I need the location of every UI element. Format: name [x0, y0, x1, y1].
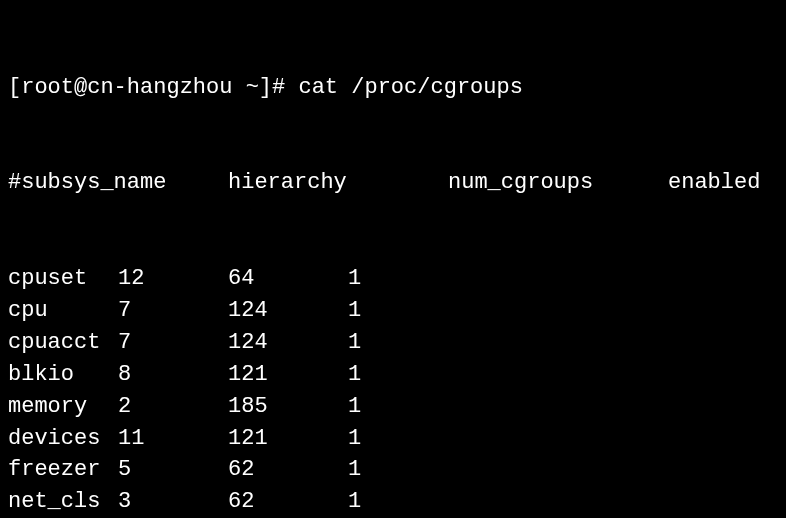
table-row: devices111211 — [8, 423, 778, 455]
header-subsys: #subsys_name — [8, 167, 228, 199]
header-hierarchy: hierarchy — [228, 167, 448, 199]
prompt-space — [285, 72, 298, 104]
table-row: cpuset12641 — [8, 263, 778, 295]
cell-enabled: 1 — [348, 327, 458, 359]
cell-num-cgroups: 62 — [228, 486, 348, 518]
cell-hierarchy: 5 — [118, 454, 228, 486]
cell-num-cgroups: 121 — [228, 423, 348, 455]
cell-enabled: 1 — [348, 359, 458, 391]
cell-num-cgroups: 124 — [228, 295, 348, 327]
cell-num-cgroups: 124 — [228, 327, 348, 359]
table-row: memory21851 — [8, 391, 778, 423]
cell-subsys: devices — [8, 423, 118, 455]
cell-enabled: 1 — [348, 454, 458, 486]
header-num-cgroups: num_cgroups — [448, 167, 668, 199]
cell-subsys: net_cls — [8, 486, 118, 518]
shell-command: cat /proc/cgroups — [298, 72, 522, 104]
cell-enabled: 1 — [348, 263, 458, 295]
cell-hierarchy: 12 — [118, 263, 228, 295]
cell-subsys: cpuset — [8, 263, 118, 295]
table-row: cpuacct71241 — [8, 327, 778, 359]
cell-num-cgroups: 62 — [228, 454, 348, 486]
terminal-output: [root@cn-hangzhou ~]# cat /proc/cgroups … — [8, 8, 778, 518]
cell-subsys: freezer — [8, 454, 118, 486]
cell-hierarchy: 3 — [118, 486, 228, 518]
table-row: cpu71241 — [8, 295, 778, 327]
cell-enabled: 1 — [348, 423, 458, 455]
cell-hierarchy: 7 — [118, 295, 228, 327]
cell-enabled: 1 — [348, 295, 458, 327]
table-body: cpuset12641cpu71241cpuacct71241blkio8121… — [8, 263, 778, 518]
cell-subsys: cpu — [8, 295, 118, 327]
cell-hierarchy: 8 — [118, 359, 228, 391]
cell-enabled: 1 — [348, 391, 458, 423]
header-enabled: enabled — [668, 167, 778, 199]
prompt-line: [root@cn-hangzhou ~]# cat /proc/cgroups — [8, 72, 778, 104]
table-header: #subsys_name hierarchy num_cgroups enabl… — [8, 167, 778, 199]
cell-num-cgroups: 185 — [228, 391, 348, 423]
cell-subsys: cpuacct — [8, 327, 118, 359]
cell-enabled: 1 — [348, 486, 458, 518]
cell-hierarchy: 2 — [118, 391, 228, 423]
cell-subsys: memory — [8, 391, 118, 423]
table-row: blkio81211 — [8, 359, 778, 391]
cell-subsys: blkio — [8, 359, 118, 391]
table-row: net_cls3621 — [8, 486, 778, 518]
cell-num-cgroups: 121 — [228, 359, 348, 391]
cell-hierarchy: 11 — [118, 423, 228, 455]
cell-num-cgroups: 64 — [228, 263, 348, 295]
shell-prompt: [root@cn-hangzhou ~]# — [8, 72, 285, 104]
table-row: freezer5621 — [8, 454, 778, 486]
cell-hierarchy: 7 — [118, 327, 228, 359]
